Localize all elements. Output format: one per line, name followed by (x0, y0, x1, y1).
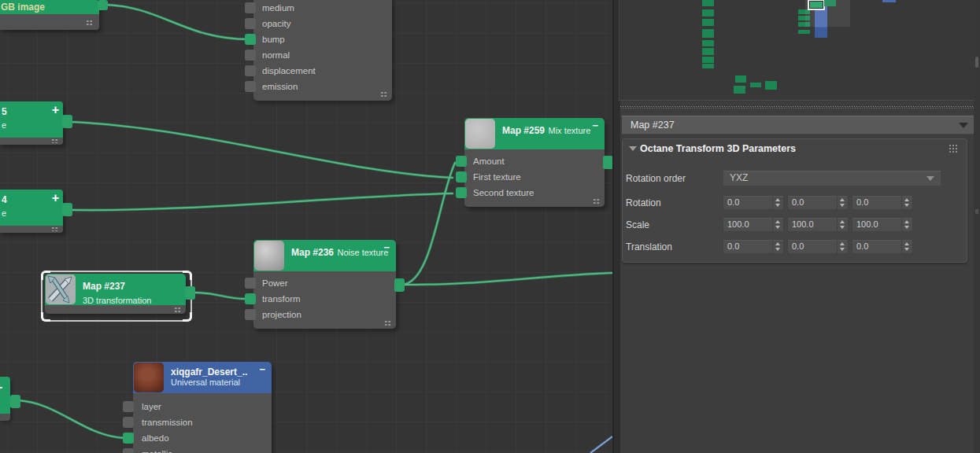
rollout-collapse-icon[interactable] (629, 146, 637, 151)
slot-label: bump (253, 31, 392, 47)
rotation-x-spinner[interactable]: 0.0 (723, 195, 784, 210)
node-clipped-left[interactable]: + (0, 377, 10, 421)
expand-icon[interactable]: + (0, 381, 2, 395)
drag-grip-icon[interactable] (949, 144, 959, 153)
node-mix-texture[interactable]: Map #259 Mix texture − Amount First text… (464, 118, 605, 207)
slot-row-transmission: transmission (133, 414, 272, 430)
translation-z-spinner[interactable]: 0.0 (852, 239, 913, 254)
spinner-arrows-icon[interactable] (772, 196, 783, 209)
spinner-arrows-icon[interactable] (837, 218, 848, 231)
node-header[interactable]: xiqgafr_Desert_.. Universal material − (133, 362, 272, 393)
output-socket[interactable] (62, 115, 72, 128)
spinner-arrows-icon[interactable] (772, 240, 783, 253)
spinner-arrows-icon[interactable] (901, 196, 912, 209)
texture-preview-thumbnail[interactable] (465, 119, 495, 149)
node-universal-material[interactable]: xiqgafr_Desert_.. Universal material − l… (133, 362, 272, 453)
minimap[interactable] (619, 0, 978, 101)
node-selector-dropdown[interactable]: Map #237 (622, 116, 976, 134)
collapse-icon[interactable]: − (592, 120, 598, 131)
scale-x-spinner[interactable]: 100.0 (723, 217, 784, 232)
input-socket-connected[interactable] (245, 34, 256, 45)
output-socket[interactable] (10, 395, 20, 408)
resize-grip-icon[interactable] (593, 198, 600, 204)
input-socket-connected[interactable] (456, 171, 467, 182)
spinner-arrows-icon[interactable] (837, 196, 848, 209)
rotation-order-dropdown[interactable]: YXZ (723, 170, 941, 186)
minimap-block-b (882, 0, 896, 2)
expand-icon[interactable]: + (52, 103, 59, 117)
node-header[interactable]: Map #236 Noise texture − (253, 240, 396, 271)
node-header[interactable]: 5 e + (0, 101, 63, 138)
collapse-icon[interactable]: − (259, 363, 265, 375)
resize-grip-icon[interactable] (174, 307, 181, 313)
node-texture-244[interactable]: 4 e + (0, 190, 63, 233)
input-socket[interactable] (123, 417, 134, 428)
input-socket-connected[interactable] (456, 187, 467, 198)
resize-grip-icon[interactable] (51, 138, 58, 143)
node-header[interactable]: 4 e + (0, 190, 63, 226)
node-rgb-image-header[interactable]: GB image (0, 0, 99, 14)
collapse-icon[interactable]: − (383, 241, 390, 253)
expand-icon[interactable]: + (52, 191, 59, 205)
node-header[interactable]: Map #237 3D transformation (45, 274, 186, 305)
slot-label: opacity (253, 16, 392, 31)
spinner-arrows-icon[interactable] (901, 218, 912, 231)
node-header[interactable]: + (0, 377, 10, 414)
output-socket[interactable] (603, 156, 612, 169)
node-rgb-image[interactable]: GB image (0, 0, 99, 30)
resize-grip-icon[interactable] (384, 320, 391, 326)
input-socket[interactable] (245, 81, 256, 92)
spinner-arrows-icon[interactable] (901, 240, 912, 253)
output-socket[interactable] (185, 286, 195, 300)
input-socket[interactable] (245, 278, 256, 289)
node-subtitle: Mix texture (548, 126, 590, 135)
node-body (45, 305, 186, 314)
rotation-y-spinner[interactable]: 0.0 (787, 195, 849, 210)
scale-y-spinner[interactable]: 100.0 (787, 217, 849, 232)
node-graph-viewport[interactable]: GB image medium opacity bump (0, 0, 612, 453)
slot-label: emission (253, 79, 392, 94)
spinner-arrows-icon[interactable] (772, 218, 783, 231)
output-socket[interactable] (98, 0, 108, 10)
scale-z-spinner[interactable]: 100.0 (852, 217, 913, 232)
input-socket-connected[interactable] (245, 293, 256, 304)
spinner-arrows-icon[interactable] (837, 240, 848, 253)
rollout-header[interactable]: Octane Transform 3D Parameters (623, 139, 967, 158)
input-socket[interactable] (123, 401, 134, 412)
rollout-title: Octane Transform 3D Parameters (640, 143, 796, 154)
resize-grip-icon[interactable] (380, 91, 387, 98)
slot-label: transmission (133, 414, 272, 430)
input-socket-connected[interactable] (456, 156, 467, 167)
input-socket-connected[interactable] (123, 433, 134, 444)
output-socket[interactable] (62, 203, 72, 216)
rotation-z-spinner[interactable]: 0.0 (852, 195, 913, 210)
input-socket[interactable] (245, 309, 256, 320)
node-header[interactable]: Map #259 Mix texture − (464, 118, 605, 149)
translation-y-spinner[interactable]: 0.0 (787, 239, 849, 254)
translation-label: Translation (626, 240, 672, 254)
node-noise-texture[interactable]: Map #236 Noise texture − Power transform… (253, 240, 396, 329)
slot-row-bump: bump (253, 31, 392, 47)
input-socket[interactable] (245, 65, 256, 76)
texture-preview-thumbnail[interactable] (254, 241, 284, 271)
material-preview-thumbnail[interactable] (134, 363, 164, 392)
wire-noise-to-amount (402, 163, 455, 285)
slot-row-second-texture: Second texture (464, 185, 605, 201)
resize-grip-icon[interactable] (86, 20, 93, 26)
input-socket[interactable] (245, 50, 256, 61)
input-socket[interactable] (245, 18, 256, 29)
node-3d-transformation[interactable]: Map #237 3D transformation (45, 274, 186, 314)
node-material-outputs[interactable]: medium opacity bump normal displacement (253, 0, 392, 101)
slot-label: First texture (464, 169, 605, 185)
slot-label: Amount (464, 153, 605, 169)
wire-tex4-to-second (72, 193, 453, 210)
output-socket[interactable] (394, 278, 405, 292)
input-socket[interactable] (245, 2, 256, 13)
scrollbar-handle[interactable] (975, 57, 978, 68)
panel-separator[interactable] (620, 105, 974, 109)
panel-scrollbar[interactable] (974, 0, 980, 453)
translation-x-spinner[interactable]: 0.0 (723, 239, 784, 254)
input-socket[interactable] (123, 448, 134, 453)
resize-grip-icon[interactable] (51, 226, 58, 231)
node-texture-245[interactable]: 5 e + (0, 101, 63, 145)
